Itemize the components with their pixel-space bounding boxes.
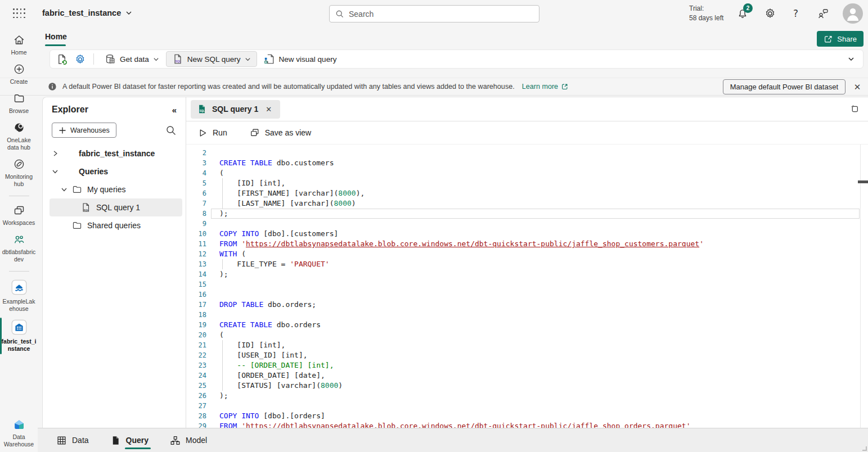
code-line-20[interactable]: 20(	[186, 330, 868, 340]
run-button[interactable]: Run	[198, 128, 227, 138]
share-button[interactable]: Share	[817, 31, 863, 47]
explorer-search-icon[interactable]	[165, 125, 177, 136]
code-line-14[interactable]: 14);	[186, 269, 868, 279]
code-line-23[interactable]: 23 -- [ORDER_DATE] [int],	[186, 360, 868, 370]
bottom-tab-data[interactable]: Data	[56, 428, 89, 452]
code-line-29[interactable]: 29FROM 'https://dbtlabsynapsedatalake.bl…	[186, 421, 868, 428]
line-content: DROP TABLE dbo.orders;	[219, 300, 316, 310]
code-line-6[interactable]: 6 [FIRST_NAME] [varchar](8000),	[186, 188, 868, 198]
chevron-down-icon[interactable]	[52, 168, 63, 175]
code-line-26[interactable]: 26);	[186, 391, 868, 401]
line-number: 19	[186, 320, 206, 330]
code-line-4[interactable]: 4(	[186, 168, 868, 178]
code-line-15[interactable]: 15	[186, 279, 868, 290]
workspace-switcher[interactable]: fabric_test_instance	[42, 8, 132, 17]
line-number: 28	[186, 411, 206, 421]
code-line-22[interactable]: 22 [USER_ID] [int],	[186, 350, 868, 360]
tab-home-underline	[45, 44, 66, 46]
bottom-tab-query[interactable]: Query	[110, 428, 149, 452]
tree-item-my-queries[interactable]: My queries	[43, 180, 186, 198]
indent-guide	[222, 350, 223, 360]
code-line-3[interactable]: 3CREATE TABLE dbo.customers	[186, 158, 868, 168]
search-input[interactable]	[349, 10, 533, 19]
ribbon-collapse-chevron-icon[interactable]	[843, 51, 860, 67]
global-search[interactable]	[329, 5, 539, 22]
manage-default-dataset-button[interactable]: Manage default Power BI dataset	[723, 79, 845, 94]
app-launcher-icon[interactable]	[13, 8, 25, 19]
code-line-11[interactable]: 11FROM 'https://dbtlabsynapsedatalake.bl…	[186, 239, 868, 249]
settings-gear-icon[interactable]	[764, 7, 776, 20]
sql-document-icon: SQL	[172, 53, 183, 65]
sql-file-green-icon: SQL	[197, 104, 207, 114]
code-line-18[interactable]: 18	[186, 310, 868, 320]
help-icon[interactable]: ?	[793, 8, 806, 20]
code-line-16[interactable]: 16	[186, 290, 868, 300]
code-line-27[interactable]: 27	[186, 401, 868, 411]
copy-icon[interactable]	[848, 103, 860, 115]
sql-code-area[interactable]: 23CREATE TABLE dbo.customers4(5 [ID] [in…	[186, 144, 868, 428]
line-content: [USER_ID] [int],	[219, 350, 308, 360]
chevron-down-icon	[245, 56, 251, 62]
code-line-2[interactable]: 2	[186, 148, 868, 158]
save-as-view-button[interactable]: Save as view	[250, 128, 311, 138]
editor-scrollbar[interactable]	[860, 144, 868, 428]
rail-item-home[interactable]: Home	[0, 34, 38, 56]
new-visual-query-button[interactable]: New visual query	[258, 51, 343, 67]
rail-item-fabric-test-instance[interactable]: fabric_test_instance	[0, 319, 38, 352]
tree-item-fabric-test-instance[interactable]: fabric_test_instance	[43, 144, 186, 162]
settings-blue-gear-icon[interactable]	[71, 51, 88, 67]
dataset-info-banner: A default Power BI dataset for faster re…	[0, 78, 868, 96]
tree-item-shared-queries[interactable]: Shared queries	[43, 216, 186, 234]
chevron-right-icon[interactable]	[52, 150, 63, 157]
code-line-8[interactable]: 8);	[186, 209, 868, 219]
rail-item-browse[interactable]: Browse	[0, 92, 38, 115]
rail-item-workspaces[interactable]: Workspaces	[0, 204, 38, 227]
rail-item-data-warehouse[interactable]: Data Warehouse	[0, 418, 38, 448]
banner-close-icon[interactable]: ✕	[851, 81, 863, 93]
code-line-7[interactable]: 7 [LAST_NAME] [varchar](8000)	[186, 198, 868, 209]
code-line-19[interactable]: 19CREATE TABLE dbo.orders	[186, 320, 868, 330]
feedback-icon[interactable]	[817, 7, 829, 20]
line-content: [ID] [int],	[219, 340, 285, 350]
line-number: 27	[186, 401, 206, 411]
code-line-28[interactable]: 28COPY INTO [dbo].[orders]	[186, 411, 868, 421]
svg-text:SQL: SQL	[84, 209, 89, 211]
account-avatar[interactable]	[843, 3, 863, 24]
indent-guide	[222, 381, 223, 391]
code-line-5[interactable]: 5 [ID] [int],	[186, 178, 868, 188]
code-line-25[interactable]: 25 [STATUS] [varchar](8000)	[186, 381, 868, 391]
rail-item-monitoring-hub[interactable]: Monitoring hub	[0, 158, 38, 188]
add-warehouses-button[interactable]: Warehouses	[52, 123, 116, 138]
code-line-21[interactable]: 21 [ID] [int],	[186, 340, 868, 350]
chevron-down-icon[interactable]	[61, 186, 72, 193]
selected-indicator	[0, 318, 2, 354]
tab-home[interactable]: Home	[45, 32, 67, 41]
code-line-12[interactable]: 12WITH (	[186, 249, 868, 259]
tree-item-queries[interactable]: Queries	[43, 162, 186, 180]
rail-item-examplelakehouse[interactable]: ExampleLakehouse	[0, 279, 38, 313]
line-content: -- [ORDER_DATE] [int],	[219, 360, 334, 370]
monitoring-icon	[13, 158, 25, 170]
bottom-tab-model[interactable]: Model	[170, 428, 207, 452]
code-line-9[interactable]: 9	[186, 219, 868, 229]
rail-item-create[interactable]: Create	[0, 63, 38, 85]
data-grid-icon	[56, 435, 67, 446]
code-line-10[interactable]: 10COPY INTO [dbo].[customers]	[186, 229, 868, 239]
code-line-17[interactable]: 17DROP TABLE dbo.orders;	[186, 300, 868, 310]
line-number: 9	[186, 219, 206, 229]
tree-item-label: SQL query 1	[96, 203, 140, 212]
code-line-13[interactable]: 13 FILE_TYPE = 'PARQUET'	[186, 259, 868, 269]
rail-item-dbtlabsfabricdev[interactable]: dbtlabsfabricdev	[0, 233, 38, 263]
close-tab-icon[interactable]: ✕	[263, 104, 274, 115]
new-sql-query-button[interactable]: SQL New SQL query	[166, 51, 257, 67]
learn-more-link[interactable]: Learn more	[522, 83, 569, 91]
get-data-button[interactable]: Get data	[99, 51, 165, 67]
refresh-document-icon[interactable]	[53, 51, 70, 67]
rail-item-onelake-data-hub[interactable]: OneLake data hub	[0, 121, 38, 151]
query-tab[interactable]: SQL SQL query 1 ✕	[191, 100, 280, 119]
code-line-24[interactable]: 24 [ORDER_DATE] [date],	[186, 370, 868, 381]
resize-grip[interactable]	[862, 446, 867, 451]
line-number: 18	[186, 310, 206, 320]
collapse-pane-icon[interactable]: «	[172, 105, 177, 115]
tree-item-sql-query-1[interactable]: SQLSQL query 1	[50, 198, 182, 216]
